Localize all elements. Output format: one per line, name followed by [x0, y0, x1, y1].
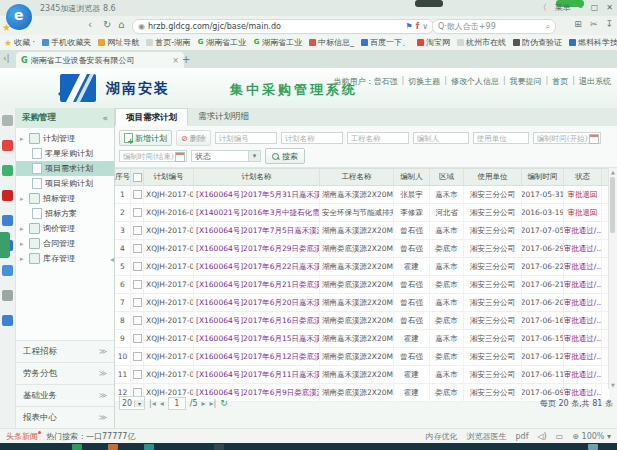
minimize-button[interactable]: – — [579, 3, 583, 12]
plan-name-link[interactable]: [X140021号]2016年3月中捷石化需求计划 — [194, 204, 320, 221]
game-icon[interactable] — [2, 215, 13, 226]
plan-name-link[interactable]: [X160064号]2017年6月20日嘉禾溪源七星岭光伏电站项.. — [194, 294, 320, 311]
user-link[interactable]: 切换主题 — [408, 76, 440, 87]
use-unit-input[interactable] — [473, 132, 529, 144]
close-button[interactable]: ✕ — [606, 3, 613, 12]
bookmark-item[interactable]: 手机收藏夹 — [42, 37, 91, 48]
tab-demand-plan-detail[interactable]: 需求计划明细 — [188, 108, 259, 126]
news-badge[interactable]: 头条新闻 — [6, 431, 41, 442]
bookmark-item[interactable]: 燃料科学技 — [569, 37, 617, 48]
row-checkbox[interactable] — [131, 348, 144, 365]
search-button[interactable]: 搜索 — [265, 148, 305, 164]
download-icon[interactable]: ↧ — [605, 19, 613, 29]
zoom-level[interactable]: ⊕ 100% ▾ — [572, 432, 611, 441]
user-link[interactable]: 退出系统 — [579, 76, 611, 87]
first-page-button[interactable]: |◂ — [149, 399, 156, 408]
last-page-button[interactable]: ▸| — [210, 399, 217, 408]
screenshot-scissors-icon[interactable]: ✂ — [590, 19, 598, 29]
checkbox[interactable] — [133, 298, 142, 307]
bookmark-item[interactable]: 淘宝网 — [417, 37, 450, 48]
row-checkbox[interactable] — [131, 186, 144, 203]
plan-name-input[interactable] — [281, 132, 343, 144]
editor-input[interactable] — [413, 132, 469, 144]
row-checkbox[interactable] — [131, 222, 144, 239]
row-checkbox[interactable] — [131, 240, 144, 257]
custom-tag-icon[interactable] — [0, 232, 10, 258]
search-box[interactable]: Q·散人合击+99 ⌕ — [432, 19, 556, 34]
user-link[interactable]: 我要提问 — [510, 76, 542, 87]
bookmark-item[interactable]: 网址导航 — [98, 37, 139, 48]
tree-node[interactable]: ▸询价管理 — [16, 221, 114, 236]
plan-name-link[interactable]: [X160064号]2017年5月31日嘉禾溪源七星岭光伏电站项.. — [194, 186, 320, 203]
bookmark-item[interactable]: G湖南省工业 — [253, 37, 302, 48]
status-select[interactable]: 状态 ▾ — [191, 150, 261, 162]
maximize-button[interactable]: ▢ — [591, 3, 599, 12]
expand-arrow-icon[interactable]: ▸ — [20, 135, 26, 143]
browser-doctor-button[interactable]: 浏览器医生 — [466, 431, 506, 442]
favorite-icon[interactable]: f — [416, 22, 419, 31]
bookmark-item[interactable]: G湖南省工业 — [197, 37, 246, 48]
hot-search-text[interactable]: 热门搜索：—口77777亿 — [46, 431, 135, 442]
calendar-icon[interactable] — [175, 152, 185, 162]
collapse-toolbar-icon[interactable]: 〈 — [539, 2, 547, 13]
expand-arrow-icon[interactable]: ▸ — [20, 195, 26, 203]
scroll-up-icon[interactable]: ▲ — [609, 168, 617, 176]
delete-button[interactable]: ⊘ 删除 — [176, 130, 211, 146]
memory-optimize-button[interactable]: 内存优化 — [425, 431, 457, 442]
flag-icon[interactable]: ⚑ — [405, 22, 412, 31]
checkbox[interactable] — [133, 316, 142, 325]
calculator-icon[interactable] — [2, 290, 13, 301]
tab-close-icon[interactable]: × — [172, 56, 179, 65]
search-icon[interactable]: ⌕ — [546, 22, 550, 32]
tree-node[interactable]: ▸库存管理 — [16, 251, 114, 266]
checkbox[interactable] — [133, 370, 142, 379]
row-checkbox[interactable] — [131, 294, 144, 311]
tab-project-demand-plan[interactable]: 项目需求计划 — [115, 108, 188, 126]
dropdown-icon[interactable]: ∨ — [422, 22, 428, 31]
select-all-checkbox[interactable] — [131, 169, 144, 185]
tree-node[interactable]: ▸招标管理 — [16, 191, 114, 206]
phone-icon[interactable] — [2, 315, 13, 326]
reading-mode-icon[interactable]: ▭ — [556, 432, 564, 441]
bookmark-item[interactable]: 防伪查验证 — [513, 37, 562, 48]
add-plan-button[interactable]: 新增计划 — [119, 130, 172, 146]
bookmark-item[interactable]: 杭州市在线 — [457, 37, 506, 48]
tab-scroll-left-icon[interactable]: ‹| — [3, 53, 10, 63]
tree-leaf[interactable]: 项目采购计划 — [16, 176, 114, 191]
checkbox[interactable] — [133, 352, 142, 361]
url-text[interactable]: hrzb.gldcg.com/gjc/base/main.do — [148, 22, 281, 31]
refresh-icon[interactable]: ↻ — [103, 19, 111, 30]
plan-name-link[interactable]: [X160064号]2017年6月11日嘉禾溪源七星岭光伏电站项.. — [194, 366, 320, 383]
checkbox[interactable] — [133, 280, 142, 289]
sidebar-section[interactable]: 劳务分包≫ — [16, 362, 114, 384]
sidebar-section[interactable]: 工程招标≫ — [16, 340, 114, 362]
checkbox[interactable] — [133, 262, 142, 271]
new-tab-button[interactable]: + — [182, 54, 190, 65]
tree-node[interactable]: ▸合同管理 — [16, 236, 114, 251]
shop-icon[interactable] — [2, 140, 13, 151]
home-icon[interactable]: ⌂ — [118, 19, 124, 30]
scrollbar-thumb[interactable] — [610, 177, 615, 233]
apps-grid-icon[interactable]: ⊞ — [574, 19, 582, 29]
sidebar-section[interactable]: 基础业务≫ — [16, 384, 114, 406]
page-size-select[interactable]: 20 ▾ — [119, 396, 145, 410]
search-hotword[interactable]: Q·散人合击+99 — [438, 21, 546, 32]
expand-arrow-icon[interactable]: ▸ — [20, 240, 26, 248]
plan-name-link[interactable]: [X160064号]2017年6月16日娄底溪源七星岭光伏电站项.. — [194, 312, 320, 329]
calendar-icon[interactable] — [589, 134, 599, 144]
menu-button[interactable]: 菜单 — [555, 2, 571, 13]
row-checkbox[interactable] — [131, 330, 144, 347]
plan-no-input[interactable] — [215, 132, 277, 144]
current-page-input[interactable]: 1 — [168, 397, 186, 410]
sidebar-section[interactable]: 报表中心≫ — [16, 406, 114, 428]
row-checkbox[interactable] — [131, 366, 144, 383]
tree-leaf[interactable]: 零星采购计划 — [16, 146, 114, 161]
speaker-icon[interactable]: ◁) — [537, 432, 546, 441]
table-scrollbar[interactable]: ▲ ▼ — [608, 168, 617, 389]
taobao-icon[interactable] — [2, 190, 13, 201]
plan-name-link[interactable]: [X160064号]2017年6月15日嘉禾溪源七星岭光伏电站项.. — [194, 330, 320, 347]
checkbox[interactable] — [133, 244, 142, 253]
plan-name-link[interactable]: [X160064号]2017年6月22日嘉禾溪源七星岭光伏电站项.. — [194, 258, 320, 275]
browser-logo-icon[interactable] — [6, 4, 32, 30]
checkbox[interactable] — [133, 208, 142, 217]
